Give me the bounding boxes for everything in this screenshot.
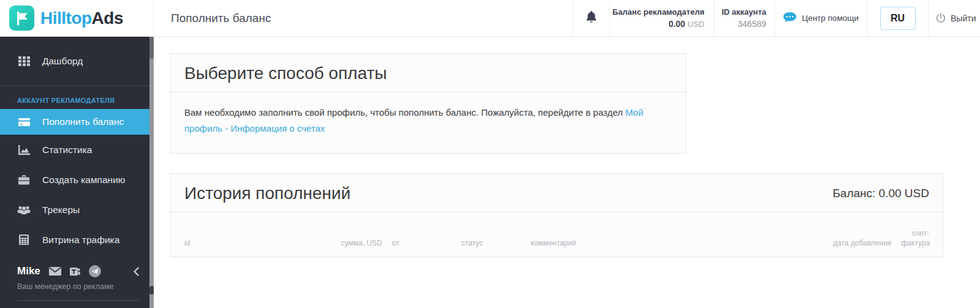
- payment-panel-notice: Вам необходимо заполнить свой профиль, ч…: [171, 92, 685, 153]
- grid-icon: [17, 56, 31, 66]
- sidebar-nav: Дашборд АККАУНТ РЕКЛАМОДАТЕЛЯ Пополнить …: [0, 37, 154, 255]
- sidebar-item-traffic-showcase[interactable]: Витрина трафика: [0, 225, 154, 255]
- briefcase-icon: [17, 175, 31, 185]
- sidebar-item-statistics[interactable]: Статистика: [0, 135, 154, 165]
- chevron-left-icon[interactable]: [134, 267, 139, 276]
- sidebar: Дашборд АККАУНТ РЕКЛАМОДАТЕЛЯ Пополнить …: [0, 37, 154, 308]
- history-balance-text: Баланс: 0.00 USD: [832, 187, 929, 200]
- sidebar-item-label: Витрина трафика: [42, 235, 119, 246]
- sidebar-item-label: Создать кампанию: [42, 175, 125, 186]
- balance-label: Баланс рекламодателя: [612, 7, 704, 17]
- telegram-icon[interactable]: [89, 265, 101, 277]
- column-header-date-added: дата добавления: [812, 212, 897, 257]
- column-header-comment: комментарий: [526, 212, 812, 257]
- balance-value-line: 0.00 USD: [668, 19, 704, 29]
- logout-label: Выйти: [951, 13, 976, 23]
- column-header-amount: сумма, USD: [287, 212, 387, 257]
- history-panel-title: История пополнений: [184, 184, 350, 203]
- users-icon: [17, 205, 31, 214]
- account-id-label: ID аккаунта: [722, 7, 766, 17]
- sidebar-item-label: Трекеры: [42, 205, 80, 216]
- payment-panel-header: Выберите способ оплаты: [171, 54, 685, 92]
- help-center-link[interactable]: Центр помощи: [775, 0, 867, 36]
- top-bar: HilltopAds Пополнить баланс Баланс рекла…: [0, 0, 980, 37]
- sidebar-scrollbar-end: [149, 286, 154, 295]
- sidebar-section-label: АККАУНТ РЕКЛАМОДАТЕЛЯ: [0, 86, 154, 109]
- brand-name-secondary: Ads: [92, 9, 123, 28]
- sidebar-scrollbar-thumb[interactable]: [149, 37, 154, 59]
- logout-button[interactable]: Выйти: [928, 0, 980, 36]
- chat-bubble-icon: [783, 12, 796, 24]
- sidebar-item-label: Статистика: [42, 145, 92, 156]
- help-center-label: Центр помощи: [802, 13, 859, 23]
- sidebar-scrollbar[interactable]: [149, 37, 154, 308]
- balance-currency: USD: [688, 20, 704, 29]
- sidebar-item-trackers[interactable]: Трекеры: [0, 195, 154, 225]
- page-title: Пополнить баланс: [154, 0, 573, 36]
- main-content: Выберите способ оплаты Вам необходимо за…: [154, 37, 980, 308]
- power-icon: [936, 13, 946, 24]
- sidebar-item-dashboard[interactable]: Дашборд: [0, 46, 154, 76]
- column-header-invoice: счет-фактура: [896, 212, 943, 257]
- area-chart-icon: [17, 145, 31, 155]
- column-header-id: id: [171, 212, 287, 257]
- flag-icon: [9, 6, 34, 31]
- payment-panel-title: Выберите способ оплаты: [184, 64, 387, 83]
- profile-notice-text: Вам необходимо заполнить свой профиль, ч…: [184, 107, 625, 118]
- account-id-value: 346589: [737, 19, 766, 29]
- sidebar-item-create-campaign[interactable]: Создать кампанию: [0, 165, 154, 195]
- logo[interactable]: HilltopAds: [0, 0, 154, 36]
- bell-icon: [586, 11, 597, 26]
- sidebar-item-topup-balance[interactable]: Пополнить баланс: [0, 109, 154, 135]
- advertiser-balance: Баланс рекламодателя 0.00 USD: [609, 0, 714, 36]
- payment-method-panel: Выберите способ оплаты Вам необходимо за…: [170, 53, 686, 154]
- history-panel-header: История пополнений Баланс: 0.00 USD: [171, 174, 943, 212]
- table-header-row: id сумма, USD от статус комментарий дата…: [171, 212, 943, 257]
- brand-name: HilltopAds: [40, 9, 123, 28]
- manager-name: Mike: [17, 265, 40, 277]
- sidebar-bottom-divider: [17, 300, 139, 301]
- language-cell: RU: [867, 0, 928, 36]
- credit-card-icon: [17, 118, 31, 127]
- account-id: ID аккаунта 346589: [714, 0, 775, 36]
- manager-block: Mike: [0, 265, 154, 308]
- topup-history-table: id сумма, USD от статус комментарий дата…: [171, 212, 943, 257]
- calculator-icon: [17, 235, 31, 245]
- sidebar-item-label: Пополнить баланс: [42, 116, 124, 127]
- topup-history-panel: История пополнений Баланс: 0.00 USD id с…: [170, 173, 943, 257]
- column-header-from: от: [387, 212, 456, 257]
- column-header-status: статус: [456, 212, 526, 257]
- balance-value: 0.00: [668, 19, 685, 29]
- teams-icon[interactable]: [70, 266, 80, 277]
- sidebar-item-label: Дашборд: [42, 56, 83, 67]
- envelope-icon[interactable]: [49, 267, 61, 276]
- language-button[interactable]: RU: [880, 7, 916, 30]
- manager-subtitle: Ваш менеджер по рекламе: [17, 282, 139, 291]
- brand-name-primary: Hilltop: [40, 9, 92, 28]
- notifications-button[interactable]: [573, 0, 609, 36]
